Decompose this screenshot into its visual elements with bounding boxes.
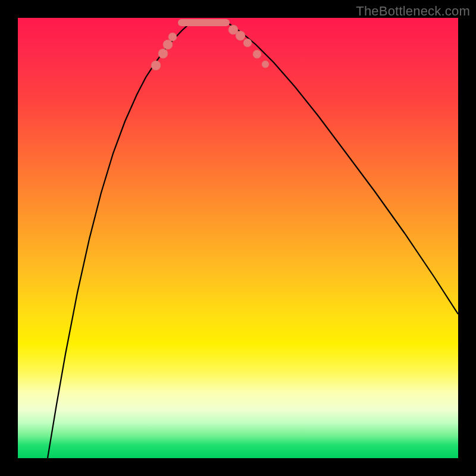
highlight-dot — [236, 31, 245, 40]
chart-frame: TheBottleneck.com — [0, 0, 476, 476]
highlight-dot — [163, 40, 173, 49]
highlight-dot — [151, 61, 161, 70]
highlight-dot — [168, 33, 177, 41]
curve-left-arm — [48, 24, 189, 458]
highlight-dot — [253, 50, 261, 58]
watermark-text: TheBottleneck.com — [356, 4, 470, 19]
highlight-dot — [158, 49, 168, 58]
highlight-dots — [151, 25, 269, 70]
curve-layer — [18, 18, 458, 458]
highlight-dot — [262, 61, 269, 68]
highlight-dot — [243, 39, 252, 47]
plot-area — [18, 18, 458, 458]
